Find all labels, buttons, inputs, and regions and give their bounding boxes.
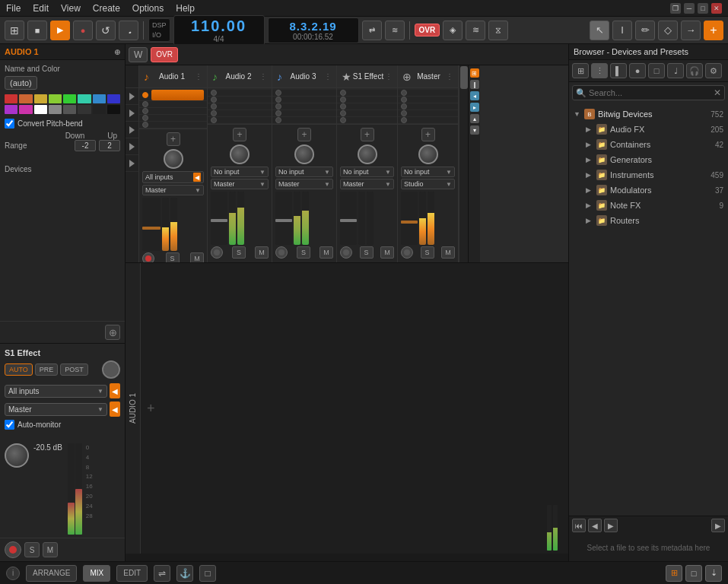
metronome-button[interactable]: 𝅘 <box>119 21 138 40</box>
volume-knob[interactable] <box>5 443 29 468</box>
side-btn-2[interactable]: ‖ <box>470 80 479 89</box>
master-scene3[interactable] <box>398 103 458 110</box>
color-swatch-white[interactable] <box>34 105 47 114</box>
s1-add-btn[interactable]: + <box>361 128 374 141</box>
browser-file-btn[interactable]: □ <box>648 63 665 78</box>
audio1-output-select[interactable]: Master ▼ <box>142 185 204 195</box>
track-opt-audio2[interactable]: ⋮ <box>259 72 267 81</box>
audio1-scene4[interactable] <box>139 115 207 122</box>
scene-btn-5[interactable] <box>126 155 138 172</box>
color-swatch-blue[interactable] <box>93 94 106 103</box>
all-inputs-dropdown[interactable]: All inputs ▼ <box>5 385 107 398</box>
audio1-fader-track[interactable] <box>142 198 161 251</box>
audio3-add-btn[interactable]: + <box>297 128 311 141</box>
audio3-fader-track[interactable] <box>275 192 292 245</box>
color-swatch-darkgray[interactable] <box>63 105 76 114</box>
audio1-scene2[interactable] <box>139 101 207 108</box>
audio1-pan-knob[interactable] <box>164 149 183 169</box>
track-opt-s1[interactable]: ⋮ <box>385 72 393 81</box>
browser-back-btn[interactable]: ◀ <box>588 519 602 532</box>
s1-fader-track[interactable] <box>340 192 357 245</box>
tree-item-containers[interactable]: ▶ 📁 Containers 42 <box>569 137 728 152</box>
s1-scene5[interactable] <box>337 117 397 124</box>
color-swatch-yellow[interactable] <box>34 94 47 103</box>
s1-knob[interactable] <box>102 360 120 379</box>
s1-post-btn[interactable]: POST <box>60 363 88 376</box>
track-opt-master[interactable]: ⋮ <box>446 72 453 81</box>
range-up-val[interactable]: 2 <box>99 140 120 151</box>
master-input-select[interactable]: No input ▼ <box>401 167 455 177</box>
audio1-scene5[interactable] <box>139 122 207 129</box>
bb-right-3[interactable]: ⇣ <box>705 565 722 582</box>
color-swatch-teal[interactable] <box>78 94 91 103</box>
color-swatch-lime[interactable] <box>49 94 62 103</box>
s1-solo-btn[interactable]: S <box>360 246 374 259</box>
audio3-scene5[interactable] <box>272 117 336 124</box>
search-input[interactable] <box>589 88 711 97</box>
add-clip-btn[interactable]: + <box>147 401 155 417</box>
menu-options[interactable]: Options <box>132 3 164 14</box>
s1-pre-btn[interactable]: PRE <box>35 363 59 376</box>
color-swatch-purple[interactable] <box>5 105 17 114</box>
audio3-scene2[interactable] <box>272 97 336 103</box>
browser-dot-btn[interactable]: ● <box>629 63 646 78</box>
color-swatch-red[interactable] <box>5 94 17 103</box>
browser-prev-btn[interactable]: ⏮ <box>572 519 586 532</box>
audio2-input-select[interactable]: No input ▼ <box>211 167 269 177</box>
s1-scene4[interactable] <box>337 110 397 117</box>
audio2-output-select[interactable]: Master ▼ <box>211 179 269 189</box>
audio2-scene1[interactable] <box>208 90 272 97</box>
audio2-pan-knob[interactable] <box>230 144 250 164</box>
bb-right-2[interactable]: □ <box>685 565 702 582</box>
expand-icon[interactable]: ⊕ <box>114 48 120 56</box>
master-output-select[interactable]: Studio ▼ <box>401 179 455 189</box>
window-maximize[interactable]: □ <box>698 3 708 14</box>
audio2-scene2[interactable] <box>208 97 272 103</box>
audio1-input-select[interactable]: All inputs ◀ <box>142 171 204 183</box>
play-button[interactable]: ▶ <box>50 21 70 40</box>
audio3-mute-btn[interactable]: M <box>319 246 333 259</box>
master-scene1[interactable] <box>398 90 458 97</box>
color-swatch-black[interactable] <box>107 105 120 114</box>
s1-scene1[interactable] <box>337 90 397 97</box>
audio1-input-arrow[interactable]: ◀ <box>193 173 201 182</box>
audio1-add-btn[interactable]: + <box>167 132 180 146</box>
track-opt-audio3[interactable]: ⋮ <box>324 72 332 81</box>
browser-tree-btn[interactable]: ⋮ <box>591 63 608 78</box>
master-fader-track[interactable] <box>401 192 418 245</box>
menu-create[interactable]: Create <box>93 3 120 14</box>
mute-button[interactable]: M <box>43 542 58 557</box>
audio1-mute-btn[interactable]: M <box>190 252 204 262</box>
audio2-solo-btn[interactable]: S <box>232 246 246 259</box>
bb-icon1[interactable]: ⇌ <box>154 565 170 582</box>
color-swatch-orange[interactable] <box>19 94 32 103</box>
add-button[interactable]: + <box>704 21 723 40</box>
audio1-solo-btn[interactable]: S <box>166 252 180 262</box>
s1-scene2[interactable] <box>337 97 397 103</box>
edit-btn[interactable]: EDIT <box>116 565 148 582</box>
master-scene2[interactable] <box>398 97 458 103</box>
s1-mute-btn[interactable]: M <box>380 246 394 259</box>
master-mute-btn[interactable]: M <box>441 246 455 259</box>
color-swatch-indigo[interactable] <box>107 94 120 103</box>
tree-item-modulators[interactable]: ▶ 📁 Modulators 37 <box>569 182 728 198</box>
eq-btn[interactable]: ≋ <box>466 21 485 40</box>
window-close[interactable]: ✕ <box>711 3 722 14</box>
master-output-arrow[interactable]: ◀ <box>110 402 120 417</box>
color-swatch-gray[interactable] <box>49 105 62 114</box>
color-swatch-green[interactable] <box>63 94 76 103</box>
audio3-pan-knob[interactable] <box>294 144 314 164</box>
s1-rec-btn[interactable] <box>340 246 352 259</box>
arrow-tool[interactable]: → <box>681 21 701 40</box>
s1-scene3[interactable] <box>337 103 397 110</box>
master-add-btn[interactable]: + <box>421 128 435 141</box>
audio3-input-select[interactable]: No input ▼ <box>275 167 333 177</box>
auto-monitor-checkbox[interactable] <box>5 420 14 430</box>
tree-item-bitwig[interactable]: ▼ B Bitwig Devices 752 <box>569 106 728 122</box>
arrange-btn[interactable]: ARRANGE <box>26 565 77 582</box>
solo-button[interactable]: S <box>24 542 40 557</box>
grid-button[interactable]: ⊞ <box>5 21 24 40</box>
audio1-rec-btn[interactable] <box>142 252 154 262</box>
record-button[interactable]: ● <box>73 21 93 40</box>
all-inputs-arrow[interactable]: ◀ <box>110 383 120 398</box>
